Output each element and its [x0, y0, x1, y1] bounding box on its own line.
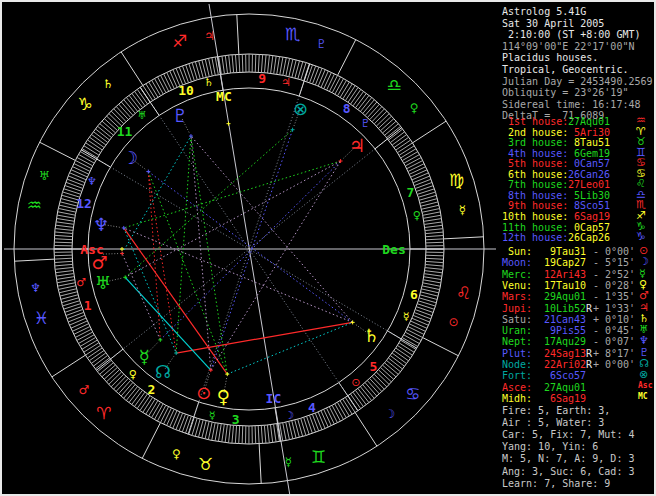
ascendant-icon: Asc — [638, 383, 652, 389]
ascendant-label: Asce: — [502, 382, 532, 393]
sun-velocity: - 0°00' — [593, 246, 635, 257]
node-retrograde-flag: R — [586, 359, 592, 370]
venus-velocity: - 0°28' — [593, 280, 635, 291]
fortune-value: 6Sco57 — [544, 370, 586, 381]
jupiter-icon: ♃ — [639, 302, 649, 313]
sun-value: 9Tau31 — [544, 246, 586, 257]
house-row-value: 8Tau51 — [568, 137, 610, 148]
pluto-value: 24Sag13 — [544, 348, 586, 359]
stat-line: Yang: 10, Yin: 6 — [502, 441, 598, 452]
moon-velocity: - 5°15' — [593, 257, 635, 268]
house-row-label: 8th house: — [502, 190, 568, 201]
fortune-label: Fort: — [502, 370, 532, 381]
saturn-velocity: + 0°10' — [593, 314, 635, 325]
house-row-label: 1st house: — [502, 116, 568, 127]
house-row-value: 0Can57 — [568, 158, 610, 169]
fortune-icon: ⊗ — [639, 369, 648, 380]
house-row-value: 0Cap57 — [568, 222, 610, 233]
node-velocity: + 0°00' — [593, 359, 635, 370]
header-line: Sat 30 April 2005 — [502, 18, 604, 29]
house-row-value: 27Leo01 — [568, 179, 610, 190]
header-line: Sidereal time: 16:17:48 — [502, 99, 640, 110]
header-line: Julian Day = 2453490.2569 — [502, 76, 653, 87]
stat-line: Air : 5, Water: 3 — [502, 417, 604, 428]
house-row-value: 27Aqu01 — [568, 116, 610, 127]
pluto-retrograde-flag: R — [586, 348, 592, 359]
house-row-label: 2nd house: — [502, 127, 568, 138]
capricorn-icon: ♑ — [636, 231, 646, 242]
astrolog-window: ♈♂♉♀♊☿♋☽♌⊙♍☿♎♀♏♇♐♃♑♄♒♅♓♆1♂2♀3☿4☽5⊙6☿7♀8♇… — [0, 0, 656, 496]
stat-line: Ang: 3, Suc: 6, Cad: 3 — [502, 466, 634, 477]
header-line: 2:10:00 (ST +8:00 GMT) — [502, 29, 640, 40]
node-value: 22Ari02 — [544, 359, 586, 370]
jupiter-label: Jupi: — [502, 303, 532, 314]
app-title: Astrolog 5.41G — [502, 6, 586, 17]
stat-line: M: 5, N: 7, A: 9, D: 3 — [502, 453, 634, 464]
house-row-value: 8Sco51 — [568, 200, 610, 211]
house-row-value: 26Can26 — [568, 169, 610, 180]
moon-label: Moon: — [502, 257, 532, 268]
house-row-label: 11th house: — [502, 222, 568, 233]
mars-value: 29Aqu01 — [544, 291, 586, 302]
house-row-label: 4th house: — [502, 148, 568, 159]
pluto-velocity: + 8°17' — [593, 348, 635, 359]
sun-label: Sun: — [502, 246, 532, 257]
house-row-value: 6Sag19 — [568, 211, 610, 222]
saturn-value: 21Can43 — [544, 314, 586, 325]
header-line: Placidus houses. — [502, 52, 598, 63]
house-row-label: 10th house: — [502, 211, 568, 222]
stat-line: Car: 5, Fix: 7, Mut: 4 — [502, 429, 634, 440]
house-row-label: 12th house: — [502, 232, 568, 243]
header-line: 114°09'00"E 22°17'00"N — [502, 41, 634, 52]
venus-value: 17Tau10 — [544, 280, 586, 291]
stat-line: Fire: 5, Earth: 3, — [502, 405, 610, 416]
midheaven-label: Midh: — [502, 393, 532, 404]
jupiter-value: 10Lib52 — [544, 303, 586, 314]
neptune-value: 17Aqu29 — [544, 336, 586, 347]
mars-velocity: - 1°35' — [593, 291, 635, 302]
header-line: Obliquity = 23°26'19" — [502, 87, 628, 98]
house-row-label: 5th house: — [502, 158, 568, 169]
header-line: Tropical, Geocentric. — [502, 64, 628, 75]
moon-icon: ☽ — [639, 256, 649, 267]
house-row-label: 6th house: — [502, 169, 568, 180]
jupiter-velocity: + 1°33' — [593, 303, 635, 314]
neptune-icon: ♆ — [639, 335, 649, 346]
pluto-label: Plut: — [502, 348, 532, 359]
mercury-label: Merc: — [502, 269, 532, 280]
jupiter-retrograde-flag: R — [586, 303, 592, 314]
info-panel: Astrolog 5.41GSat 30 April 2005 2:10:00 … — [2, 2, 656, 496]
venus-label: Venu: — [502, 280, 532, 291]
house-row-label: 7th house: — [502, 179, 568, 190]
house-row-value: 6Gem19 — [568, 148, 610, 159]
neptune-velocity: - 0°07' — [593, 336, 635, 347]
mercury-velocity: - 2°52' — [593, 269, 635, 280]
uranus-value: 9Pis55 — [544, 325, 586, 336]
midheaven-value: 6Sag19 — [544, 393, 586, 404]
uranus-velocity: - 0°45' — [593, 325, 635, 336]
mercury-icon: ☿ — [639, 268, 646, 279]
house-row-value: 26Cap26 — [568, 232, 610, 243]
moon-value: 19Cap27 — [544, 257, 586, 268]
house-row-label: 9th house: — [502, 200, 568, 211]
saturn-label: Satu: — [502, 314, 532, 325]
neptune-label: Nept: — [502, 336, 532, 347]
mercury-value: 12Ari43 — [544, 269, 586, 280]
stat-line: Learn: 7, Share: 9 — [502, 478, 610, 489]
midheaven-icon: MC — [638, 394, 648, 400]
house-row-label: 3rd house: — [502, 137, 568, 148]
house-row-value: 5Ari30 — [568, 127, 610, 138]
mars-icon: ♂ — [639, 290, 649, 301]
mars-label: Mars: — [502, 291, 532, 302]
ascendant-value: 27Aqu01 — [544, 382, 586, 393]
uranus-label: Uran: — [502, 325, 532, 336]
node-label: Node: — [502, 359, 532, 370]
house-row-value: 5Lib30 — [568, 190, 610, 201]
